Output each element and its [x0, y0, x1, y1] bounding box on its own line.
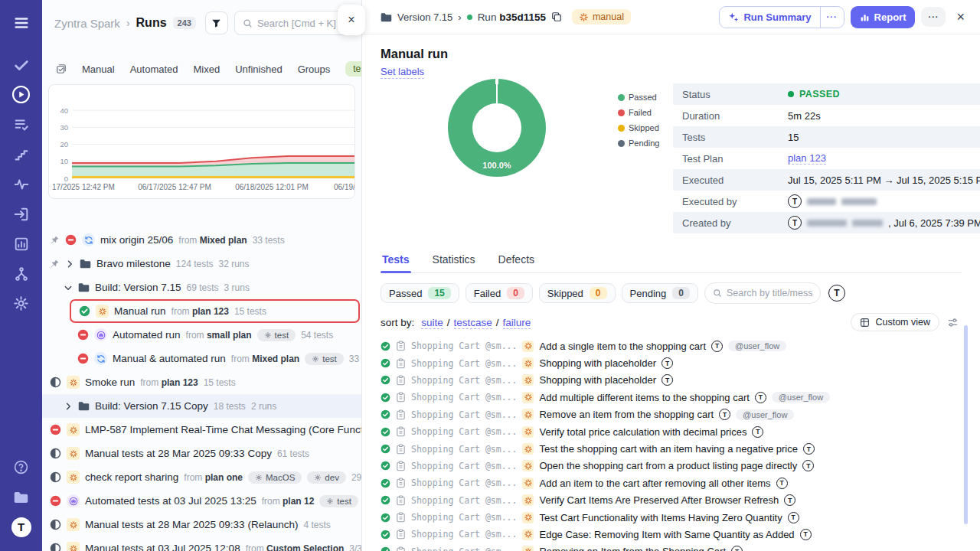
test-row[interactable]: Shopping Cart @sm...Add an item to the c…: [381, 474, 962, 491]
sort-by-failure-link[interactable]: failure: [503, 317, 531, 329]
breadcrumb-folder[interactable]: Version 7.15: [397, 11, 452, 23]
custom-view-button[interactable]: Custom view: [851, 313, 939, 331]
sidebar-account-button[interactable]: T: [0, 512, 42, 542]
run-row[interactable]: Manual runfrom plan 12315 tests: [70, 299, 360, 323]
tab-tests[interactable]: Tests: [381, 253, 411, 272]
test-row[interactable]: Shopping Cart @sm...Test Cart Functional…: [381, 509, 962, 526]
breadcrumb-run: Run b35d1155: [478, 11, 546, 23]
sort-by-testcase-link[interactable]: testcase: [454, 317, 492, 329]
funnel-icon: [211, 18, 221, 28]
test-row[interactable]: Shopping Cart @sm...Verify Cart Items Ar…: [381, 492, 962, 509]
donut-legend: PassedFailedSkippedPending: [618, 83, 673, 246]
runs-count-badge: 243: [173, 17, 196, 29]
runs-search[interactable]: [234, 11, 352, 35]
filter-pending-button[interactable]: Pending0: [622, 283, 698, 303]
test-row[interactable]: Shopping Cart @sm...Test the shopping ca…: [381, 440, 962, 457]
test-plan-link[interactable]: plan 123: [788, 152, 826, 165]
run-row[interactable]: Manual tests at 03 Jul 2025 12:08from Cu…: [42, 536, 361, 551]
sort-row: sort by: suite/testcase/failure Custom v…: [381, 313, 962, 331]
run-row[interactable]: Automated tests at 03 Jul 2025 13:25from…: [42, 489, 361, 513]
run-meta: 3/3 tests: [349, 543, 361, 551]
sidebar-folder-button[interactable]: [0, 482, 42, 512]
run-row[interactable]: LMP-587 Implement Real-Time Chat Messagi…: [42, 418, 361, 442]
test-row[interactable]: Shopping Cart @sm...Verify total price c…: [381, 423, 962, 440]
run-row[interactable]: check report sharingfrom plan oneMacOSde…: [42, 465, 361, 489]
test-tag-chip[interactable]: @user_flow: [772, 392, 830, 403]
run-row[interactable]: mix origin 25/06from Mixed plan33 tests: [42, 228, 361, 252]
sidebar-play-button[interactable]: [0, 80, 42, 109]
sidebar-check-button[interactable]: [0, 50, 42, 80]
assignee-avatar[interactable]: T: [828, 285, 845, 302]
clipboard-icon: [396, 409, 406, 420]
status-blocked-icon: [77, 329, 89, 341]
more-actions-button[interactable]: ···: [921, 7, 946, 27]
test-row[interactable]: Shopping Cart @sm...Open the shopping ca…: [381, 458, 962, 474]
search-icon: [713, 289, 722, 298]
run-row[interactable]: Automated runfrom small plantest54 tests: [42, 323, 361, 347]
sidebar-steps-button[interactable]: [0, 139, 42, 169]
run-summary-more-button[interactable]: ···: [820, 7, 844, 28]
project-title[interactable]: Zyntra Spark: [54, 17, 120, 30]
test-passed-icon: [381, 530, 390, 540]
suite-label: Shopping Cart @sm...: [411, 512, 517, 523]
tab-defects[interactable]: Defects: [497, 253, 536, 272]
tab-statistics[interactable]: Statistics: [431, 253, 477, 272]
run-from: from Custom Selection: [246, 543, 345, 551]
area-chart-svg: 01020304017/2025 12:42 PM06/17/2025 12:4…: [52, 88, 355, 195]
run-row[interactable]: Manual tests at 28 Mar 2025 09:33 Copy61…: [42, 442, 361, 465]
runs-tab-groups[interactable]: Groups: [298, 64, 331, 75]
clipboard-icon: [396, 444, 406, 455]
run-row[interactable]: Build: Version 7.15 Copy18 tests2 runs: [42, 394, 361, 418]
sort-by-suite-link[interactable]: suite: [421, 317, 443, 329]
runs-tab-unfinished[interactable]: Unfinished: [235, 64, 282, 75]
sidebar-branch-button[interactable]: [0, 259, 42, 289]
test-row[interactable]: Shopping Cart @sm...Edge Case: Removing …: [381, 526, 962, 543]
runs-search-input[interactable]: [257, 18, 344, 29]
run-row[interactable]: Manual tests at 28 Mar 2025 09:33 (Relau…: [42, 513, 361, 536]
runs-tab-automated[interactable]: Automated: [130, 64, 178, 75]
run-row[interactable]: Smoke runfrom plan 12315 tests: [42, 370, 361, 394]
sidebar-chart-button[interactable]: [0, 229, 42, 259]
set-labels-link[interactable]: Set labels: [381, 66, 424, 79]
runs-tab-manual[interactable]: Manual: [82, 64, 115, 75]
filter-button[interactable]: [205, 11, 228, 34]
runs-tab-mixed[interactable]: Mixed: [194, 64, 220, 75]
test-row[interactable]: Shopping Cart @sm...Remove an item from …: [381, 406, 962, 423]
test-tag-chip[interactable]: @user_flow: [736, 409, 794, 420]
sidebar-menu-button[interactable]: [0, 8, 42, 37]
test-row[interactable]: Shopping Cart @sm...Shopping with placeh…: [381, 354, 962, 371]
filter-skipped-button[interactable]: Skipped0: [539, 283, 616, 303]
test-row[interactable]: Shopping Cart @sm...Removing an Item fro…: [381, 543, 962, 551]
run-row[interactable]: Bravo milestone124 tests32 runs: [42, 252, 361, 276]
tag-filter-chip[interactable]: tes: [345, 61, 362, 77]
filter-failed-button[interactable]: Failed0: [466, 283, 533, 303]
run-summary-button[interactable]: Run Summary ···: [719, 6, 844, 28]
sidebar-activity-button[interactable]: [0, 169, 42, 199]
close-detail-button[interactable]: ×: [952, 8, 969, 27]
details-value: PASSED: [788, 89, 840, 99]
tests-search-input[interactable]: [727, 288, 812, 298]
test-row[interactable]: Shopping Cart @sm...Shopping with placeh…: [381, 372, 962, 389]
report-button[interactable]: Report: [851, 6, 916, 28]
test-passed-icon: [381, 461, 390, 471]
test-row[interactable]: Shopping Cart @sm...Add a single item to…: [381, 337, 962, 354]
sidebar-help-button[interactable]: [0, 452, 42, 482]
sidebar-import-button[interactable]: [0, 199, 42, 229]
view-controls: Custom view: [851, 313, 959, 331]
run-row[interactable]: Manual & automated runfrom Mixed plantes…: [42, 347, 361, 370]
tests-scrollbar[interactable]: [964, 325, 968, 524]
test-row[interactable]: Shopping Cart @sm...Add multiple differe…: [381, 389, 962, 406]
suite-label: Shopping Cart @sm...: [411, 495, 517, 506]
sidebar-gear-button[interactable]: [0, 289, 42, 318]
filter-passed-button[interactable]: Passed15: [381, 283, 459, 303]
tests-search[interactable]: [704, 282, 821, 304]
view-settings-button[interactable]: [947, 317, 959, 328]
run-row[interactable]: Build: Version 7.1569 tests3 runs: [42, 276, 361, 299]
panel-close-button[interactable]: ×: [338, 5, 365, 35]
copy-run-id-button[interactable]: [551, 11, 562, 22]
sidebar-list-check-button[interactable]: [0, 109, 42, 139]
clipboard-icon: [396, 478, 406, 488]
test-tag-chip[interactable]: @user_flow: [728, 341, 786, 351]
test-title: Remove an item from the shopping cart: [539, 409, 714, 420]
manual-run-icon: [522, 546, 534, 551]
